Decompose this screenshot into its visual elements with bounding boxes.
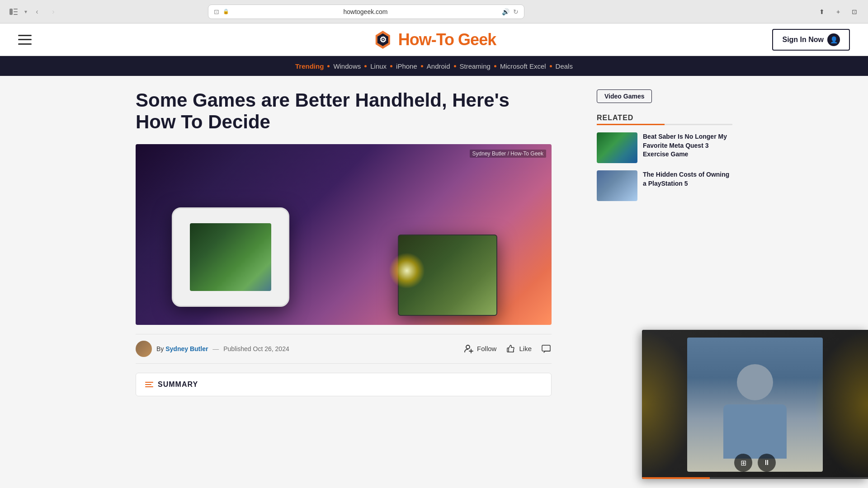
related-thumb-1 — [597, 170, 637, 201]
refresh-icon[interactable]: ↻ — [513, 8, 519, 15]
related-item-title-1: The Hidden Costs of Owning a PlayStation… — [643, 170, 732, 201]
audio-icon: 🔊 — [502, 8, 509, 15]
video-games-tag-label: Video Games — [604, 93, 644, 100]
article-title: Some Games are Better Handheld, Here's H… — [136, 89, 524, 133]
summary-header: SUMMARY — [145, 380, 542, 389]
video-games-tag[interactable]: Video Games — [597, 89, 652, 103]
author-info: By Sydney Butler — Published Oct 26, 202… — [156, 345, 289, 352]
user-silhouette: 👤 — [830, 36, 838, 43]
article-hero-image: Sydney Butler / How-To Geek — [136, 144, 552, 325]
image-credit: Sydney Butler / How-To Geek — [470, 150, 546, 158]
sign-in-button[interactable]: Sign In Now 👤 — [772, 29, 850, 51]
share-btn[interactable]: ⬆ — [816, 5, 828, 18]
nav-excel-label: Microsoft Excel — [500, 62, 546, 70]
author-actions: Follow Like — [463, 343, 552, 354]
follow-button[interactable]: Follow — [463, 343, 496, 354]
nav-linux[interactable]: Linux — [369, 61, 387, 72]
tabs-overview-btn[interactable]: ⊡ — [848, 5, 861, 18]
like-icon — [505, 343, 516, 354]
published-date: Published Oct 26, 2024 — [223, 345, 289, 352]
svg-text:⚙: ⚙ — [379, 35, 387, 44]
summary-line-2 — [145, 384, 151, 385]
address-bar[interactable]: ⊡ 🔒 howtogeek.com 🔊 ↻ — [208, 5, 524, 19]
nav-streaming-label: Streaming — [460, 62, 491, 70]
nav-android[interactable]: Android — [426, 61, 451, 72]
comment-button[interactable] — [541, 343, 552, 354]
url-text: howtogeek.com — [233, 8, 498, 15]
nav-deals-label: Deals — [556, 62, 573, 70]
related-title: RELATED — [597, 114, 732, 122]
summary-section: SUMMARY — [136, 373, 552, 396]
follow-label: Follow — [477, 345, 496, 352]
site-logo[interactable]: ⚙ How-To Geek — [372, 29, 496, 51]
forward-btn[interactable]: › — [47, 5, 60, 18]
trending-label: Trending — [295, 62, 324, 70]
nav-linux-label: Linux — [370, 62, 387, 70]
nav-dot-1 — [364, 65, 367, 67]
sidebar-toggle-btn[interactable] — [7, 5, 20, 18]
nav-dot-6 — [550, 65, 552, 67]
back-btn[interactable]: ‹ — [31, 5, 43, 18]
related-item-title-0: Beat Saber Is No Longer My Favorite Meta… — [643, 132, 732, 163]
nav-deals[interactable]: Deals — [555, 61, 574, 72]
pip-button[interactable]: ⊞ — [734, 454, 752, 472]
browser-window-controls: ▾ ‹ › — [7, 5, 60, 18]
nav-trending[interactable]: Trending — [294, 61, 325, 72]
like-button[interactable]: Like — [505, 343, 532, 354]
svg-rect-1 — [14, 9, 18, 9]
browser-chrome: ▾ ‹ › ⊡ 🔒 howtogeek.com 🔊 ↻ ⬆ + ⊡ — [0, 0, 868, 23]
glow-effect — [389, 253, 425, 289]
pause-button[interactable]: ⏸ — [758, 454, 776, 472]
video-person — [687, 338, 823, 472]
related-item-1[interactable]: The Hidden Costs of Owning a PlayStation… — [597, 170, 732, 201]
nav-streaming[interactable]: Streaming — [459, 61, 491, 72]
hamburger-menu[interactable] — [18, 35, 32, 45]
device-screen-left — [190, 223, 271, 291]
handheld-device-left — [172, 207, 289, 307]
nav-windows[interactable]: Windows — [332, 61, 362, 72]
comment-icon — [541, 343, 552, 354]
thumb-beat-saber-img — [597, 132, 637, 163]
svg-rect-3 — [14, 14, 18, 15]
nav-dot-3 — [421, 65, 423, 67]
related-divider — [597, 124, 732, 125]
nav-android-label: Android — [427, 62, 450, 70]
video-progress-fill — [642, 477, 710, 479]
logo-geek: Geek — [458, 30, 496, 49]
video-glow-right — [814, 330, 868, 479]
video-controls: ⊞ ⏸ — [734, 454, 776, 472]
related-thumb-0 — [597, 132, 637, 163]
follow-icon — [463, 343, 474, 354]
related-section: RELATED Beat Saber Is No Longer My Favor… — [597, 114, 732, 201]
nav-excel[interactable]: Microsoft Excel — [499, 61, 547, 72]
nav-windows-label: Windows — [333, 62, 361, 70]
article-image-container: Sydney Butler / How-To Geek — [136, 144, 552, 325]
summary-line-3 — [145, 386, 153, 387]
pause-icon: ⏸ — [763, 459, 770, 467]
author-avatar — [136, 341, 152, 357]
hamburger-line-1 — [18, 35, 32, 36]
svg-point-7 — [466, 345, 470, 349]
author-name-link[interactable]: Sydney Butler — [165, 345, 208, 352]
logo-icon-svg: ⚙ — [372, 29, 394, 51]
author-bar: By Sydney Butler — Published Oct 26, 202… — [136, 334, 552, 364]
hamburger-line-3 — [18, 43, 32, 45]
svg-rect-2 — [14, 11, 18, 12]
svg-rect-10 — [542, 345, 550, 351]
nav-iphone-label: iPhone — [396, 62, 417, 70]
new-tab-btn[interactable]: + — [832, 5, 844, 18]
nav-iphone[interactable]: iPhone — [395, 61, 418, 72]
site-header: ⚙ How-To Geek Sign In Now 👤 — [0, 23, 868, 56]
logo-how: How — [398, 30, 431, 49]
related-item-0[interactable]: Beat Saber Is No Longer My Favorite Meta… — [597, 132, 732, 163]
sign-in-label: Sign In Now — [782, 36, 824, 44]
like-label: Like — [519, 345, 532, 352]
nav-dot-5 — [494, 65, 496, 67]
summary-line-1 — [145, 382, 153, 383]
video-progress-bar[interactable] — [642, 477, 868, 479]
page-icon: ⊡ — [214, 8, 219, 15]
pip-icon: ⊞ — [741, 459, 746, 467]
separator: — — [212, 345, 219, 352]
svg-rect-0 — [9, 9, 13, 15]
logo-dash: -To — [431, 30, 458, 49]
